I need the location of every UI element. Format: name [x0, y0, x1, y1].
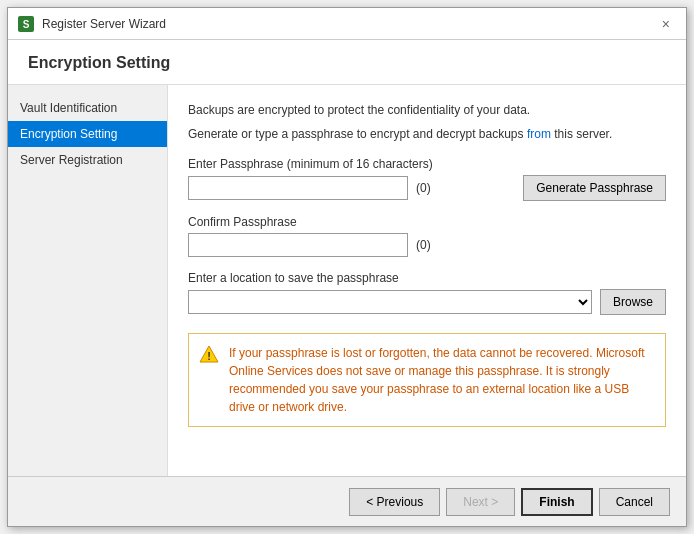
confirm-count: (0): [416, 238, 431, 252]
location-section: Enter a location to save the passphrase …: [188, 271, 666, 315]
window-title: Register Server Wizard: [42, 17, 166, 31]
dialog-body: Encryption Setting Vault Identification …: [8, 40, 686, 526]
location-select[interactable]: [188, 290, 592, 314]
sidebar: Vault Identification Encryption Setting …: [8, 85, 168, 476]
passphrase-label: Enter Passphrase (minimum of 16 characte…: [188, 157, 666, 171]
confirm-row: (0): [188, 233, 666, 257]
content-area: Vault Identification Encryption Setting …: [8, 85, 686, 476]
previous-button[interactable]: < Previous: [349, 488, 440, 516]
main-content: Backups are encrypted to protect the con…: [168, 85, 686, 476]
app-icon: S: [18, 16, 34, 32]
info-line2-highlight: from: [527, 127, 551, 141]
confirm-label: Confirm Passphrase: [188, 215, 666, 229]
info-line2: Generate or type a passphrase to encrypt…: [188, 125, 666, 143]
sidebar-item-encryption-setting[interactable]: Encryption Setting: [8, 121, 167, 147]
title-bar-left: S Register Server Wizard: [18, 16, 166, 32]
info-line2-start: Generate or type a passphrase to encrypt…: [188, 127, 527, 141]
svg-text:!: !: [207, 350, 211, 362]
page-title: Encryption Setting: [8, 40, 686, 85]
cancel-button[interactable]: Cancel: [599, 488, 670, 516]
warning-box: ! If your passphrase is lost or forgotte…: [188, 333, 666, 427]
warning-text: If your passphrase is lost or forgotten,…: [229, 344, 655, 416]
confirm-passphrase-section: Confirm Passphrase (0): [188, 215, 666, 257]
passphrase-input[interactable]: [188, 176, 408, 200]
close-button[interactable]: ×: [656, 15, 676, 33]
sidebar-item-vault-identification[interactable]: Vault Identification: [8, 95, 167, 121]
passphrase-row: (0) Generate Passphrase: [188, 175, 666, 201]
footer: < Previous Next > Finish Cancel: [8, 476, 686, 526]
location-label: Enter a location to save the passphrase: [188, 271, 666, 285]
info-line2-end: this server.: [551, 127, 612, 141]
confirm-passphrase-input[interactable]: [188, 233, 408, 257]
next-button[interactable]: Next >: [446, 488, 515, 516]
location-row: Browse: [188, 289, 666, 315]
browse-button[interactable]: Browse: [600, 289, 666, 315]
warning-icon: !: [199, 344, 219, 364]
title-bar: S Register Server Wizard ×: [8, 8, 686, 40]
svg-text:S: S: [23, 19, 30, 30]
sidebar-item-server-registration[interactable]: Server Registration: [8, 147, 167, 173]
generate-passphrase-button[interactable]: Generate Passphrase: [523, 175, 666, 201]
info-line1: Backups are encrypted to protect the con…: [188, 101, 666, 119]
passphrase-section: Enter Passphrase (minimum of 16 characte…: [188, 157, 666, 201]
finish-button[interactable]: Finish: [521, 488, 592, 516]
dialog-window: S Register Server Wizard × Encryption Se…: [7, 7, 687, 527]
passphrase-count: (0): [416, 181, 431, 195]
